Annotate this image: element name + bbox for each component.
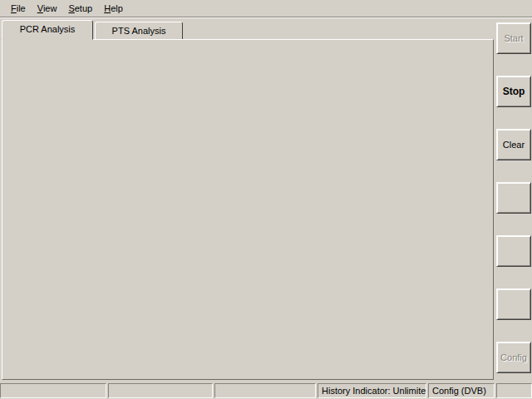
blank-button-2[interactable] xyxy=(496,235,531,267)
menu-bar: File View Setup Help xyxy=(0,0,532,17)
blank-button-1[interactable] xyxy=(496,182,531,214)
statusbar-empty-3 xyxy=(214,383,316,398)
menu-view[interactable]: View xyxy=(32,2,63,15)
blank-button-3[interactable] xyxy=(496,288,531,320)
tab-pcr-analysis[interactable]: PCR Analysis xyxy=(2,20,93,40)
tab-content-panel xyxy=(2,39,494,380)
clear-button[interactable]: Clear xyxy=(496,129,531,160)
statusbar-config-standard: Config (DVB) xyxy=(428,383,495,398)
tab-pts-analysis[interactable]: PTS Analysis xyxy=(95,22,183,40)
menu-help[interactable]: Help xyxy=(98,2,129,15)
menu-setup[interactable]: Setup xyxy=(62,2,98,15)
pcr-analyzer-window: File View Setup Help PCR Analysis PTS An… xyxy=(0,0,532,399)
config-button[interactable]: Config xyxy=(496,342,531,373)
statusbar-empty-1 xyxy=(0,383,106,398)
statusbar-empty-4 xyxy=(496,383,532,398)
statusbar-empty-2 xyxy=(108,383,213,398)
menu-file[interactable]: File xyxy=(5,2,32,15)
stop-button[interactable]: Stop xyxy=(496,76,531,107)
start-button[interactable]: Start xyxy=(496,22,531,54)
statusbar-history-indicator: History Indicator: Unlimited xyxy=(318,383,426,398)
